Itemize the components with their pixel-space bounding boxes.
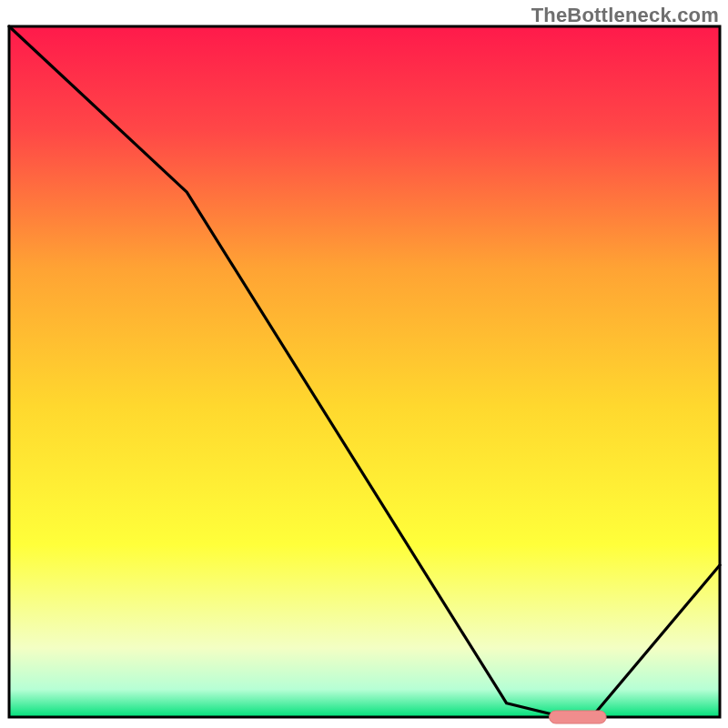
bottleneck-chart xyxy=(0,0,728,728)
plot-background xyxy=(9,26,720,717)
chart-stage: TheBottleneck.com xyxy=(0,0,728,728)
optimal-marker xyxy=(550,711,607,723)
